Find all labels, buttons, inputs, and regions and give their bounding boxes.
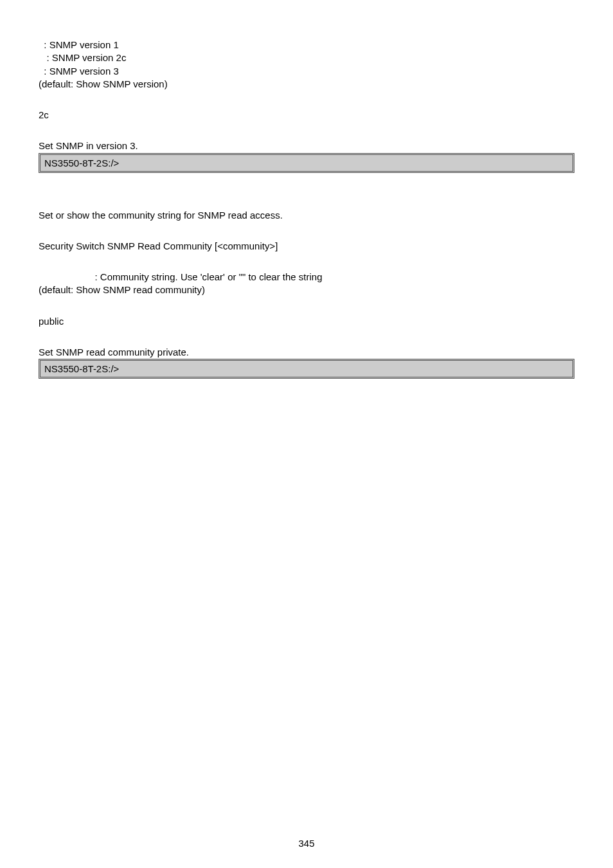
code-box-2: NS3550-8T-2S:/> — [39, 359, 574, 379]
default-value-2: public — [39, 315, 574, 328]
section2-param-line1: : Community string. Use 'clear' or "" to… — [39, 271, 574, 284]
param-version3: : SNMP version 3 — [39, 65, 574, 78]
page-number: 345 — [0, 838, 613, 849]
example-description-1: Set SNMP in version 3. — [39, 140, 574, 152]
prompt-text-1: NS3550-8T-2S:/> — [44, 158, 119, 168]
example-description-2: Set SNMP read community private. — [39, 346, 574, 359]
code-box-1: NS3550-8T-2S:/> — [39, 153, 574, 173]
section2-syntax: Security Switch SNMP Read Community [<co… — [39, 240, 574, 253]
section2-description: Set or show the community string for SNM… — [39, 209, 574, 222]
default-value-1: 2c — [39, 109, 574, 122]
param-default-note: (default: Show SNMP version) — [39, 78, 574, 91]
document-page: : SNMP version 1 : SNMP version 2c : SNM… — [0, 0, 613, 868]
prompt-text-2: NS3550-8T-2S:/> — [44, 363, 119, 374]
param-version2c: : SNMP version 2c — [39, 51, 574, 64]
section2-param-line2: (default: Show SNMP read community) — [39, 284, 574, 296]
param-version1: : SNMP version 1 — [39, 39, 574, 51]
